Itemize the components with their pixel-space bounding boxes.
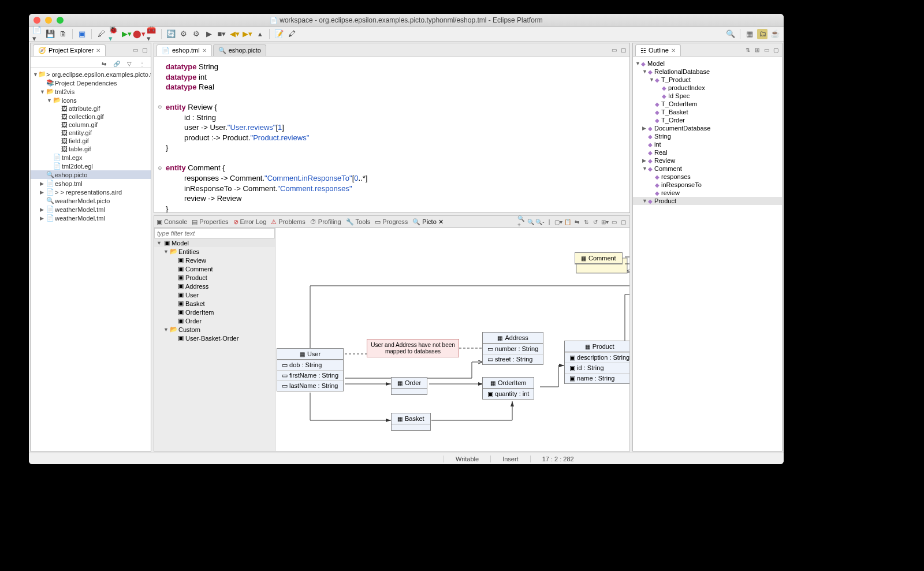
debug-icon[interactable]: 🐞▾ xyxy=(109,29,119,39)
tree-file[interactable]: 🖼entity.gif xyxy=(31,129,151,137)
tree-tml2vis[interactable]: ▼📂tml2vis xyxy=(31,87,151,96)
resource-perspective-icon[interactable]: 🗂 xyxy=(757,29,767,39)
gear1-icon[interactable]: ⚙ xyxy=(178,29,189,39)
picto-tree[interactable]: ▼▣Model ▼📂Entities ▣Review ▣Comment ▣Pro… xyxy=(154,238,275,451)
tree-file[interactable]: 🖼collection.gif xyxy=(31,113,151,121)
project-tree[interactable]: ▼📁> org.eclipse.epsilon.examples.picto.t… xyxy=(31,68,151,451)
tree-file[interactable]: 🖼table.gif xyxy=(31,145,151,153)
outline-item[interactable]: ▼◆ Comment xyxy=(633,165,782,173)
close-icon[interactable]: ✕ xyxy=(202,47,207,54)
back-icon[interactable]: ◀▾ xyxy=(229,29,240,39)
refresh-icon[interactable]: 🔄 xyxy=(166,29,176,39)
outline-model[interactable]: ▼◆ Model xyxy=(633,59,782,68)
gear2-icon[interactable]: ⚙ xyxy=(191,29,202,39)
terminal-icon[interactable]: ▣ xyxy=(77,29,87,39)
tree-file[interactable]: 🖼column.gif xyxy=(31,121,151,129)
titlebar[interactable]: workspace - org.eclipse.epsilon.examples… xyxy=(29,14,784,27)
v4-icon[interactable]: ⊞▾ xyxy=(601,218,609,226)
run-icon[interactable]: ▶▾ xyxy=(121,29,132,39)
tree-project[interactable]: ▼📁> org.eclipse.epsilon.examples.picto.t… xyxy=(31,70,151,79)
close-icon[interactable]: ✕ xyxy=(671,47,676,54)
tree-file[interactable]: 🔍weatherModel.picto xyxy=(31,196,151,205)
tree-file[interactable]: ▶📄weatherModel.tml xyxy=(31,205,151,214)
minimize-window-icon[interactable] xyxy=(45,17,52,24)
new-file-icon[interactable]: 📝 xyxy=(274,29,284,39)
ext-tool-icon[interactable]: 🧰▾ xyxy=(147,29,157,39)
outline-item[interactable]: ◆ int xyxy=(633,140,782,148)
outline-item[interactable]: ▼◆ T_Product xyxy=(633,76,782,84)
zoom-reset-icon[interactable]: 🔍 xyxy=(527,218,535,226)
picto-item[interactable]: ▣Product xyxy=(154,273,275,282)
picto-item[interactable]: ▣User xyxy=(154,290,275,299)
tree-file[interactable]: 🖼attribute.gif xyxy=(31,105,151,113)
v1-icon[interactable]: ⇆ xyxy=(573,218,581,226)
minimize-icon[interactable]: ▭ xyxy=(762,46,770,54)
outline-item[interactable]: ◆ Real xyxy=(633,148,782,156)
tree-file[interactable]: 🖼field.gif xyxy=(31,137,151,145)
close-window-icon[interactable] xyxy=(33,17,40,24)
layout-icon[interactable]: ▢▾ xyxy=(554,218,562,226)
stop-icon[interactable]: ■▾ xyxy=(217,29,227,39)
outline-item[interactable]: ▶◆ DocumentDatabase xyxy=(633,124,782,132)
entity-address[interactable]: ▦Address ▭ number : String ▭ street : St… xyxy=(482,332,543,365)
zoom-in-icon[interactable]: 🔍+ xyxy=(517,218,526,226)
v3-icon[interactable]: ↺ xyxy=(591,218,599,226)
outline-item[interactable]: ▶◆ Review xyxy=(633,156,782,165)
picto-model[interactable]: ▼▣Model xyxy=(154,238,275,247)
maximize-icon[interactable]: ▢ xyxy=(140,46,148,54)
picto-custom[interactable]: ▼📂Custom xyxy=(154,325,275,334)
outline-tree[interactable]: ▼◆ Model ▼◆ RelationalDatabase ▼◆ T_Prod… xyxy=(633,57,782,451)
tree-icons[interactable]: ▼📂icons xyxy=(31,96,151,105)
tab-errorlog[interactable]: ⊘ Error Log xyxy=(233,218,267,226)
picto-item[interactable]: ▣Order xyxy=(154,316,275,325)
tab-tools[interactable]: 🔧 Tools xyxy=(346,218,371,226)
picto-item[interactable]: ▣Address xyxy=(154,282,275,290)
tab-progress[interactable]: ▭ Progress xyxy=(375,218,408,226)
outline-item[interactable]: ◆ inResponseTo xyxy=(633,181,782,189)
new-icon[interactable]: 📄▾ xyxy=(32,29,43,39)
sort-icon[interactable]: ⇅ xyxy=(744,46,752,54)
outline-item[interactable]: ◆ T_OrderItem xyxy=(633,100,782,108)
outline-item[interactable]: ◆ review xyxy=(633,189,782,197)
perspective-icon[interactable]: ▦ xyxy=(744,29,755,39)
minimize-icon[interactable]: ▭ xyxy=(610,46,618,54)
ext-run-icon[interactable]: ⬤▾ xyxy=(134,29,144,39)
picto-item[interactable]: ▣Review xyxy=(154,256,275,264)
outline-item[interactable]: ◆ productIndex xyxy=(633,84,782,92)
zoom-out-icon[interactable]: 🔍- xyxy=(536,218,544,226)
outline-item[interactable]: ◆ Id Spec xyxy=(633,92,782,100)
fwd-icon[interactable]: ▶▾ xyxy=(242,29,252,39)
tab-profiling[interactable]: ⏱ Profiling xyxy=(310,218,341,225)
java-perspective-icon[interactable]: ☕ xyxy=(770,29,780,39)
minimize-icon[interactable]: ▭ xyxy=(131,46,139,54)
entity-order[interactable]: ▦Order xyxy=(391,377,427,395)
entity-user[interactable]: ▦User ▭ dob : String ▭ firstName : Strin… xyxy=(277,348,344,391)
outline-item[interactable]: ▼◆ Product xyxy=(633,197,782,205)
outline-item[interactable]: ◆ T_Order xyxy=(633,116,782,124)
outline-item[interactable]: ◆ responses xyxy=(633,173,782,181)
wand-icon[interactable]: 🖊 xyxy=(96,29,106,39)
home-icon[interactable]: ▴ xyxy=(255,29,265,39)
tab-eshop-tml[interactable]: 📄eshop.tml✕ xyxy=(157,44,212,56)
tree-repr[interactable]: ▶📄> > representations.aird xyxy=(31,188,151,196)
project-explorer-tab[interactable]: 🧭 Project Explorer ✕ xyxy=(33,44,106,56)
picto-entities[interactable]: ▼📂Entities xyxy=(154,247,275,256)
edit-icon[interactable]: 🖍 xyxy=(286,29,297,39)
tree-eshop-picto[interactable]: 🔍eshop.picto xyxy=(31,170,151,179)
tab-picto[interactable]: 🔍 Picto ✕ xyxy=(412,218,443,226)
filter-input[interactable] xyxy=(154,228,275,238)
tree-file[interactable]: ▶📄weatherModel.tml xyxy=(31,214,151,222)
v2-icon[interactable]: ⇅ xyxy=(582,218,590,226)
fold-icon[interactable]: ⊖ xyxy=(158,103,162,110)
outline-item[interactable]: ▼◆ RelationalDatabase xyxy=(633,68,782,76)
outline-tab[interactable]: ☷Outline✕ xyxy=(635,44,681,56)
play-icon[interactable]: ▶ xyxy=(204,29,214,39)
maximize-icon[interactable]: ▢ xyxy=(619,46,627,54)
tree-eshop-tml[interactable]: ▶📄eshop.tml xyxy=(31,179,151,188)
entity-product[interactable]: ▦Product ▣ description : String ▣ id : S… xyxy=(564,341,629,384)
picto-item[interactable]: ▣Basket xyxy=(154,299,275,308)
maximize-icon[interactable]: ▢ xyxy=(619,218,627,226)
code-editor[interactable]: datatype String datatype int datatype Re… xyxy=(154,57,629,212)
diagram-canvas[interactable]: ▦Comment ▦Review ▭ id : String ▦User ▭ d… xyxy=(275,228,629,451)
close-icon[interactable]: ✕ xyxy=(96,47,100,54)
